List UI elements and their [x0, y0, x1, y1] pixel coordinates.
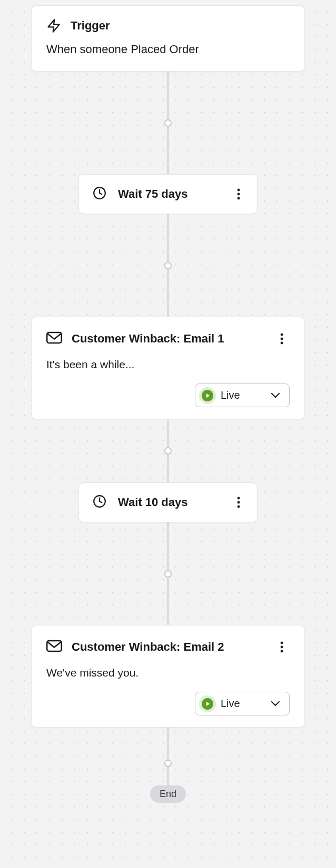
live-status-icon — [202, 390, 213, 401]
trigger-title: Trigger — [71, 19, 110, 33]
connector — [167, 214, 169, 317]
more-actions-button[interactable] — [231, 186, 246, 202]
svg-point-2 — [238, 189, 240, 191]
add-node-dot[interactable] — [164, 119, 172, 127]
connector — [167, 522, 169, 625]
chevron-down-icon — [270, 699, 281, 709]
wait-label: Wait 75 days — [118, 187, 219, 201]
status-label: Live — [221, 389, 263, 401]
email-subject: We've missed you. — [46, 667, 290, 679]
add-node-dot[interactable] — [164, 447, 172, 455]
mail-icon — [46, 331, 62, 346]
live-status-icon — [202, 698, 213, 710]
svg-point-10 — [238, 497, 240, 500]
email-card[interactable]: Customer Winback: Email 1 It's been a wh… — [31, 317, 305, 419]
wait-card[interactable]: Wait 75 days — [78, 174, 258, 214]
connector — [167, 419, 169, 482]
connector — [167, 728, 169, 785]
trigger-description: When someone Placed Order — [46, 43, 290, 56]
more-actions-button[interactable] — [274, 331, 290, 347]
wait-label: Wait 10 days — [118, 496, 219, 509]
status-dropdown[interactable]: Live — [195, 692, 290, 715]
wait-card[interactable]: Wait 10 days — [78, 482, 258, 522]
svg-rect-5 — [47, 332, 62, 343]
add-node-dot[interactable] — [164, 760, 172, 767]
svg-point-6 — [281, 334, 283, 336]
email-subject: It's been a while... — [46, 358, 290, 371]
svg-point-3 — [238, 193, 240, 196]
chevron-down-icon — [270, 391, 281, 400]
mail-icon — [46, 640, 62, 654]
email-title: Customer Winback: Email 1 — [72, 332, 264, 346]
svg-point-4 — [238, 197, 240, 200]
add-node-dot[interactable] — [164, 262, 172, 269]
svg-marker-0 — [48, 19, 60, 32]
clock-icon — [93, 494, 106, 510]
connector — [167, 72, 169, 174]
svg-rect-13 — [47, 641, 62, 651]
lightning-icon — [46, 18, 61, 33]
more-actions-button[interactable] — [231, 494, 246, 510]
flow-canvas: Trigger When someone Placed Order Wait 7… — [0, 0, 336, 868]
svg-point-8 — [281, 342, 283, 345]
svg-point-7 — [281, 338, 283, 340]
more-actions-button[interactable] — [274, 639, 290, 655]
svg-point-15 — [281, 646, 283, 649]
clock-icon — [93, 186, 106, 202]
svg-point-12 — [238, 506, 240, 508]
svg-point-11 — [238, 501, 240, 504]
svg-point-16 — [281, 650, 283, 653]
add-node-dot[interactable] — [164, 570, 172, 578]
email-card[interactable]: Customer Winback: Email 2 We've missed y… — [31, 625, 305, 728]
status-label: Live — [221, 698, 263, 710]
email-title: Customer Winback: Email 2 — [72, 640, 264, 654]
svg-point-14 — [281, 642, 283, 644]
end-node: End — [150, 785, 186, 803]
trigger-card[interactable]: Trigger When someone Placed Order — [31, 5, 305, 72]
status-dropdown[interactable]: Live — [195, 383, 290, 407]
